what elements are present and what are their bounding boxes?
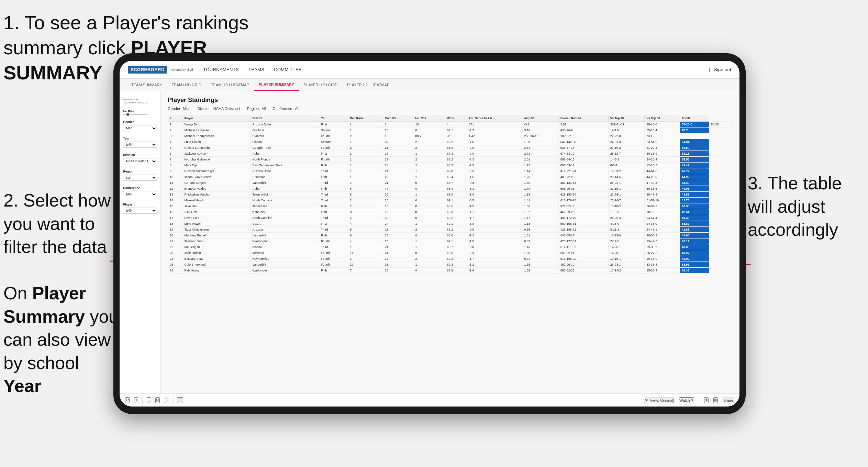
table-cell: 21 — [383, 145, 413, 151]
clock-button[interactable]: 🕐 — [177, 397, 183, 403]
view-original-button[interactable]: 👁 View: Original — [644, 398, 674, 403]
table-cell: 7 — [168, 157, 183, 163]
table-cell: 19-11-1 — [608, 127, 645, 133]
table-cell: 69.3 — [445, 262, 467, 268]
table-cell: 1.47 — [522, 215, 559, 221]
share-button[interactable]: Share — [723, 398, 734, 403]
tab-team-h2h-grid[interactable]: TEAM H2H GRID — [167, 79, 206, 91]
tab-player-h2h-heatmap[interactable]: PLAYER H2H HEATMAP — [342, 79, 394, 91]
tab-team-summary[interactable]: TEAM SUMMARY — [126, 79, 167, 91]
table-cell: 47-40-3 — [645, 180, 680, 186]
more-button[interactable]: ··· — [164, 398, 168, 403]
paste-button[interactable]: ⊟ — [155, 397, 160, 403]
table-cell: 23 — [383, 174, 413, 180]
table-cell: Vanderbilt — [251, 233, 319, 238]
table-cell: 616-168-22 — [558, 256, 608, 262]
main-content: Update time: 27/03/2024 16:56:26 No Rds.… — [120, 91, 739, 393]
watch-button[interactable]: Watch ▾ — [679, 397, 694, 403]
table-cell: 31-15-1 — [608, 186, 645, 192]
table-cell: 1 — [413, 174, 445, 180]
table-cell: 12-16-3 — [645, 163, 680, 168]
table-cell: 2 — [413, 256, 445, 262]
table-cell: UCLA — [251, 221, 319, 227]
table-cell: 14-20-1 — [608, 250, 645, 256]
table-cell: 7-17-5 — [608, 238, 645, 244]
no-rds-slider[interactable] — [123, 114, 157, 115]
table-cell: 49-35-9 — [645, 233, 680, 238]
table-cell: 88.20 — [709, 122, 732, 127]
tablet-screen: SCOREBOARD Powered by clipd TOURNAMENTS … — [120, 61, 739, 407]
filter-division: Division: NCAA Division I — [197, 107, 240, 111]
table-cell: -2.0 — [445, 133, 467, 139]
table-cell: Phichaksn Maichon — [182, 192, 251, 198]
tab-player-h2h-grid[interactable]: PLAYER H2H GRID — [299, 79, 342, 91]
table-cell: 68.3 — [445, 163, 467, 168]
table-cell: Vanderbilt — [251, 180, 319, 186]
conference-select[interactable]: (All) — [123, 191, 157, 197]
export-button[interactable]: ⬆ — [704, 397, 709, 403]
table-cell: Michael Thorbjornsen — [182, 133, 251, 139]
player-select[interactable]: (All) — [123, 208, 157, 214]
table-cell: 23 — [383, 233, 413, 238]
table-cell: -2.0 — [467, 151, 522, 157]
table-cell: 73.1 — [645, 133, 680, 139]
nav-tournaments[interactable]: TOURNAMENTS — [203, 66, 238, 74]
table-cell: 26-32-2 — [645, 203, 680, 209]
table-row: 22Ian GilliganFloridaThird1024168.7-0.81… — [168, 244, 733, 250]
table-row: 26Petr HrubyWashingtonFifth725068.6-1.61… — [168, 268, 733, 274]
table-cell: Tiger Christensen — [182, 227, 251, 233]
table-cell: Stanford — [251, 133, 319, 139]
table-cell: -1.7 — [467, 256, 522, 262]
year-section: Year (All) — [123, 137, 157, 148]
tab-player-summary[interactable]: PLAYER SUMMARY — [254, 79, 299, 91]
redo-button[interactable]: ↷ — [134, 397, 138, 403]
table-cell: North Florida — [251, 157, 319, 163]
year-select[interactable]: (All) — [123, 142, 157, 148]
col-vs-top25: Vs Top 25 — [608, 115, 645, 122]
table-cell: 2 — [413, 163, 445, 168]
table-cell: 88.7 — [413, 133, 445, 139]
sign-out-button[interactable]: Sign out — [714, 66, 731, 74]
table-cell: 40.27 — [680, 250, 709, 256]
division-select[interactable]: NCAA Division I — [123, 158, 157, 164]
grid-button[interactable]: ⊞ — [713, 397, 718, 403]
gender-select[interactable]: Men — [123, 125, 157, 131]
table-cell: 19 — [168, 227, 183, 233]
table-cell: -2.3 — [467, 250, 522, 256]
table-cell: Arizona State — [251, 168, 319, 174]
table-cell: 19 — [383, 215, 413, 221]
col-conf-rk: Conf Rk — [383, 115, 413, 122]
table-cell: East Tennessee State — [251, 163, 319, 168]
region-label: Region — [123, 170, 157, 173]
top-navigation: SCOREBOARD Powered by clipd TOURNAMENTS … — [120, 61, 739, 79]
table-cell: 44.92 — [680, 174, 709, 180]
col-school: School — [251, 115, 319, 122]
table-cell: Georgia Tech — [251, 145, 319, 151]
table-cell: 50-18-6 — [645, 186, 680, 192]
table-cell: 77 — [383, 186, 413, 192]
table-cell: 18 — [383, 203, 413, 209]
table-cell: -1.0 — [467, 192, 522, 198]
region-select[interactable]: N/A — [123, 175, 157, 181]
table-cell: 23 — [383, 227, 413, 233]
copy-button[interactable]: ⊞ — [147, 397, 151, 403]
table-cell: 1.93 — [522, 163, 559, 168]
table-cell: 21 — [383, 180, 413, 186]
table-cell: 1 — [348, 256, 383, 262]
table-cell: Florida — [251, 139, 319, 145]
table-cell: 0.96 — [522, 227, 559, 233]
table-cell: Missouri — [251, 250, 319, 256]
nav-teams[interactable]: TEAMS — [248, 66, 264, 74]
table-cell: 60.89 — [680, 145, 709, 151]
table-cell: 5 — [348, 186, 383, 192]
table-cell: 35-16-4 — [645, 127, 680, 133]
table-cell: 44-64-6 — [645, 168, 680, 174]
table-cell: 10-25-9 — [608, 233, 645, 238]
table-cell: 0 — [413, 209, 445, 215]
nav-committee[interactable]: COMMITTEE — [274, 66, 302, 74]
tab-team-h2h-heatmap[interactable]: TEAM H2H HEATMAP — [206, 79, 254, 91]
col-adj-score: Adj. Score to Par — [467, 115, 522, 122]
undo-button[interactable]: ↶ — [125, 397, 130, 403]
table-cell: 26-23-1 — [608, 262, 645, 268]
table-row: 14Maxwell FordNorth CarolinaThird223069.… — [168, 198, 733, 203]
